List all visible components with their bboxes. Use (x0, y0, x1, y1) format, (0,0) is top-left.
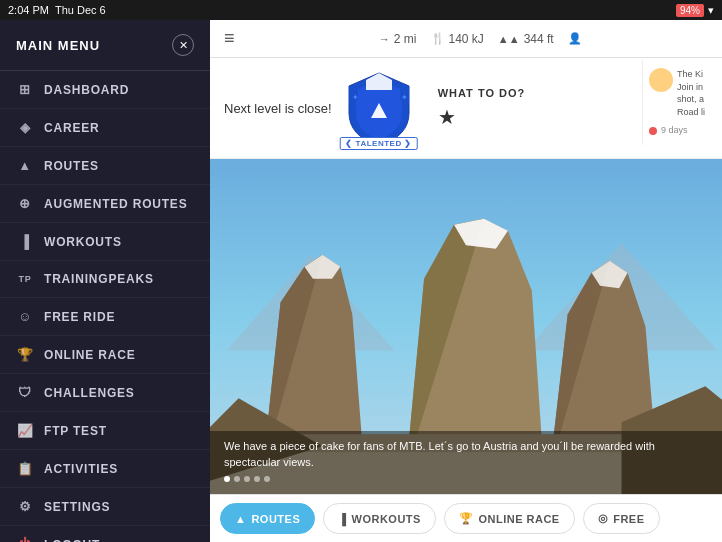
online-race-button[interactable]: 🏆 ONLINE RACE (444, 503, 575, 534)
routes-icon: ▲ (16, 158, 34, 173)
battery-icon: 94% (676, 4, 704, 17)
chevron-left-icon: ❮ (345, 139, 355, 148)
sidebar-label-online-race: ONLINE RACE (44, 348, 135, 362)
svg-text:✦: ✦ (352, 93, 359, 102)
fork-icon: 🍴 (431, 32, 445, 45)
status-bar: 2:04 PM Thu Dec 6 94% ▾ (0, 0, 722, 20)
arrow-right-icon: → (379, 33, 390, 45)
what-to-do-section: WHAT TO DO? ★ (438, 87, 526, 129)
mountain-image-area: We have a piece of cake for fans of MTB.… (210, 159, 722, 494)
slide-dots (224, 476, 708, 482)
career-icon: ◈ (16, 120, 34, 135)
slide-dot-3[interactable] (244, 476, 250, 482)
sidebar-label-dashboard: DASHBOARD (44, 83, 129, 97)
nav-stat-distance: → 2 mi (379, 32, 417, 46)
status-right: 94% ▾ (676, 4, 714, 17)
sidebar-label-workouts: WORKOUTS (44, 235, 122, 249)
close-menu-button[interactable]: ✕ (172, 34, 194, 56)
sidebar-item-dashboard[interactable]: ⊞ DASHBOARD (0, 71, 210, 109)
top-nav: ≡ → 2 mi 🍴 140 kJ ▲▲ 344 ft 👤 (210, 20, 722, 58)
badge-label: ❮ TALENTED ❯ (339, 137, 418, 150)
sidebar-label-career: CAREER (44, 121, 99, 135)
race-btn-label: ONLINE RACE (478, 513, 559, 525)
sidebar-label-settings: SETTINGS (44, 500, 110, 514)
augmented-icon: ⊕ (16, 196, 34, 211)
logout-icon: ⏻ (16, 537, 34, 542)
sidebar: MAIN MENU ✕ ⊞ DASHBOARD ◈ CAREER ▲ ROUTE… (0, 20, 210, 542)
sidebar-label-ftp: FTP TEST (44, 424, 107, 438)
sidebar-item-career[interactable]: ◈ CAREER (0, 109, 210, 147)
hamburger-button[interactable]: ≡ (224, 28, 235, 49)
slide-dot-2[interactable] (234, 476, 240, 482)
elevation-value: 344 ft (524, 32, 554, 46)
date-display: Thu Dec 6 (55, 4, 106, 16)
slide-dot-1[interactable] (224, 476, 230, 482)
chevron-right-icon: ❯ (404, 139, 412, 148)
main-content: ≡ → 2 mi 🍴 140 kJ ▲▲ 344 ft 👤 (210, 20, 722, 542)
routes-btn-label: ROUTES (251, 513, 300, 525)
shield-svg: ✦ ✦ (344, 68, 414, 148)
sidebar-item-workouts[interactable]: ▐ WORKOUTS (0, 223, 210, 261)
energy-value: 140 kJ (449, 32, 484, 46)
sidebar-item-free-ride[interactable]: ☺ FREE RIDE (0, 298, 210, 336)
nav-stat-profile[interactable]: 👤 (568, 32, 582, 45)
star-icon[interactable]: ★ (438, 105, 456, 129)
free-btn-label: FREE (613, 513, 644, 525)
sidebar-item-trainingpeaks[interactable]: TP TRAININGPEAKS (0, 261, 210, 298)
workouts-button[interactable]: ▐ WORKOUTS (323, 503, 436, 534)
slide-dot-5[interactable] (264, 476, 270, 482)
slide-dot-4[interactable] (254, 476, 260, 482)
sidebar-label-free-ride: FREE RIDE (44, 310, 115, 324)
sidebar-item-logout[interactable]: ⏻ LOGOUT (0, 526, 210, 542)
sidebar-label-trainingpeaks: TRAININGPEAKS (44, 272, 154, 286)
nav-stats: → 2 mi 🍴 140 kJ ▲▲ 344 ft 👤 (253, 32, 708, 46)
caption-overlay: We have a piece of cake for fans of MTB.… (210, 431, 722, 494)
side-panel-avatar (649, 68, 673, 92)
sidebar-header: MAIN MENU ✕ (0, 20, 210, 71)
status-left: 2:04 PM Thu Dec 6 (8, 4, 106, 16)
nav-stat-energy: 🍴 140 kJ (431, 32, 484, 46)
sidebar-item-augmented-routes[interactable]: ⊕ AUGMENTED ROUTES (0, 185, 210, 223)
nav-stat-elevation: ▲▲ 344 ft (498, 32, 554, 46)
badge-shield: ✦ ✦ ❮ TALENTED ❯ (344, 68, 414, 148)
time-display: 2:04 PM (8, 4, 49, 16)
badge-level-text: TALENTED (356, 139, 402, 148)
level-text: Next level is close! (224, 101, 332, 116)
free-button[interactable]: ◎ FREE (583, 503, 660, 534)
workouts-icon: ▐ (16, 234, 34, 249)
profile-icon: 👤 (568, 32, 582, 45)
elevation-icon: ▲▲ (498, 33, 520, 45)
free-ride-icon: ☺ (16, 309, 34, 324)
app-body: MAIN MENU ✕ ⊞ DASHBOARD ◈ CAREER ▲ ROUTE… (0, 20, 722, 542)
distance-value: 2 mi (394, 32, 417, 46)
bottom-buttons: ▲ ROUTES ▐ WORKOUTS 🏆 ONLINE RACE ◎ FREE (210, 494, 722, 542)
sidebar-item-activities[interactable]: 📋 ACTIVITIES (0, 450, 210, 488)
dashboard-icon: ⊞ (16, 82, 34, 97)
online-race-icon: 🏆 (16, 347, 34, 362)
workouts-btn-icon: ▐ (338, 513, 346, 525)
sidebar-item-settings[interactable]: ⚙ SETTINGS (0, 488, 210, 526)
routes-btn-icon: ▲ (235, 513, 246, 525)
challenges-icon: 🛡 (16, 385, 34, 400)
workouts-btn-label: WORKOUTS (352, 513, 421, 525)
sidebar-item-routes[interactable]: ▲ ROUTES (0, 147, 210, 185)
sidebar-item-online-race[interactable]: 🏆 ONLINE RACE (0, 336, 210, 374)
svg-text:✦: ✦ (401, 93, 408, 102)
sidebar-label-routes: ROUTES (44, 159, 99, 173)
routes-button[interactable]: ▲ ROUTES (220, 503, 315, 534)
race-btn-icon: 🏆 (459, 512, 474, 525)
activities-icon: 📋 (16, 461, 34, 476)
free-btn-icon: ◎ (598, 512, 609, 525)
settings-icon: ⚙ (16, 499, 34, 514)
sidebar-item-challenges[interactable]: 🛡 CHALLENGES (0, 374, 210, 412)
wifi-icon: ▾ (708, 4, 714, 17)
sidebar-label-augmented: AUGMENTED ROUTES (44, 197, 187, 211)
trainingpeaks-icon: TP (16, 274, 34, 284)
side-panel: The KiJoin inshot, aRoad li 9 days (642, 60, 722, 145)
ftp-icon: 📈 (16, 423, 34, 438)
days-ago-text: 9 days (661, 124, 688, 137)
what-to-do-label: WHAT TO DO? (438, 87, 526, 99)
sidebar-label-activities: ACTIVITIES (44, 462, 118, 476)
notification-dot (649, 127, 657, 135)
sidebar-item-ftp-test[interactable]: 📈 FTP TEST (0, 412, 210, 450)
